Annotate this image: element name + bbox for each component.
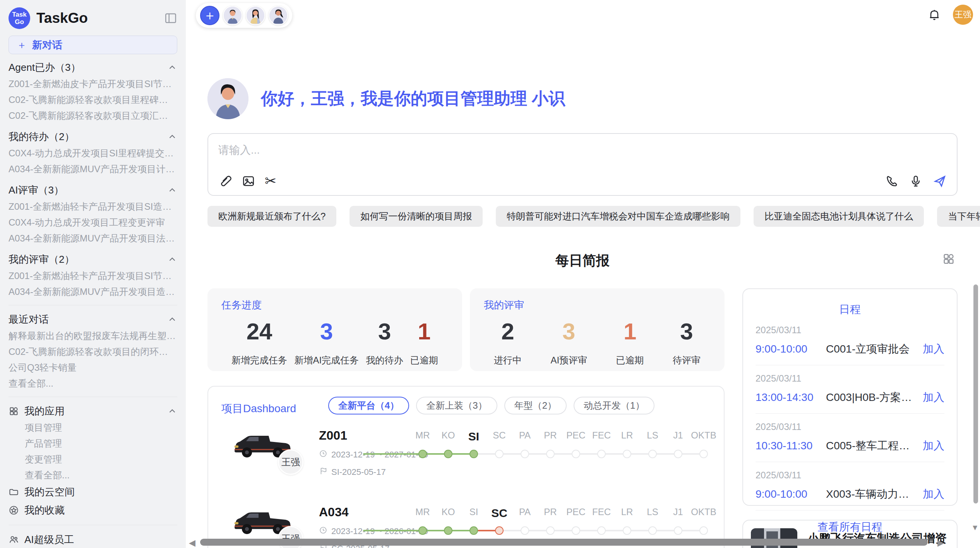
assistant-hero: 你好，王强，我是你的项目管理助理 小识: [207, 78, 958, 119]
suggestion-chip[interactable]: 特朗普可能对进口汽车增税会对中国车企造成哪些影响: [496, 206, 740, 227]
sidebar-item-ai-staff[interactable]: AI超级员工: [9, 531, 177, 548]
stat: 3待评审: [673, 318, 701, 366]
dashboard-tab[interactable]: 全新平台（4）: [328, 397, 409, 414]
milestone-dot: [495, 450, 504, 458]
schedule-date: 2025/03/11: [756, 325, 944, 336]
cloud-folder-icon: [9, 487, 19, 497]
sidebar-item[interactable]: Z001-全新燃油轻卡产品开发项目SI节点属性5D文件评审: [9, 268, 177, 284]
join-meeting-link[interactable]: 加入: [923, 342, 944, 356]
schedule-time: 10:30-11:30: [756, 440, 826, 452]
sidebar-section-header[interactable]: Agent已办（3）: [9, 59, 177, 76]
stat-card: 我的评审2进行中3AI预评审1已逾期3待评审: [470, 288, 725, 371]
horizontal-scrollbar[interactable]: [200, 539, 928, 546]
stat-value: 1: [410, 318, 438, 345]
agent-avatar-3[interactable]: [269, 6, 288, 25]
sidebar-section-header[interactable]: AI评审（3）: [9, 182, 177, 199]
recent-chat-item[interactable]: 解释最新出台的欧盟报废车法规再生塑料比例被调至15%...: [9, 328, 177, 344]
agent-avatar-2[interactable]: [246, 6, 265, 25]
schedule-date: 2025/03/11: [756, 470, 944, 481]
sidebar-section-header[interactable]: 我的评审（2）: [9, 251, 177, 268]
stat-value: 1: [616, 318, 644, 345]
stat-label: 新增完成任务: [231, 354, 287, 366]
sidebar-item[interactable]: Z001-全新燃油轻卡产品开发项目SI造型提交物评审: [9, 199, 177, 214]
suggestion-chip[interactable]: 如何写一份清晰的项目周报: [350, 206, 483, 227]
sidebar-item[interactable]: A034-全新新能源MUV产品开发项目造型可行性评审: [9, 284, 177, 300]
suggestion-chip[interactable]: 当下年轻人对汽车外观有怎样的喜好趋势: [937, 206, 980, 227]
milestone-label: FEC: [589, 507, 614, 520]
notification-bell-icon[interactable]: [927, 8, 941, 22]
stat: 3AI预评审: [550, 318, 587, 366]
sidebar-section-header[interactable]: 我的待办（2）: [9, 128, 177, 145]
dashboard-tab[interactable]: 年型（2）: [504, 397, 567, 414]
sidebar-item[interactable]: C02-飞腾新能源轻客改款项目立项汇报方案: [9, 108, 177, 123]
recent-section-header[interactable]: 最近对话: [9, 311, 177, 328]
apps-section: 我的应用 项目管理产品管理变更管理 查看全部...: [9, 402, 177, 483]
daily-brief-title: 每日简报: [555, 253, 610, 268]
new-chat-button[interactable]: ＋ 新对话: [9, 36, 177, 54]
send-icon[interactable]: [933, 174, 947, 188]
join-meeting-link[interactable]: 加入: [923, 390, 944, 405]
recent-view-all[interactable]: 查看全部...: [9, 375, 177, 391]
image-upload-icon[interactable]: [242, 174, 255, 188]
schedule-time: 9:00-10:00: [756, 343, 826, 355]
chat-input[interactable]: [218, 144, 742, 156]
suggestion-chip[interactable]: 欧洲新规最近颁布了什么?: [207, 206, 336, 227]
layout-grid-icon[interactable]: [942, 252, 955, 265]
milestone-dot: [623, 450, 631, 458]
dashboard-tab[interactable]: 动总开发（1）: [574, 397, 654, 414]
milestone-track: [410, 449, 720, 460]
hscroll-left-arrow[interactable]: ◀: [189, 538, 195, 548]
hscroll-right-arrow[interactable]: ▶: [937, 538, 944, 548]
app-link-item[interactable]: 变更管理: [9, 451, 177, 467]
dashboard-tab[interactable]: 全新上装（3）: [416, 397, 497, 414]
composer: ✂: [207, 133, 958, 196]
suggestion-chip[interactable]: 比亚迪全固态电池计划具体说了什么: [754, 206, 924, 227]
milestone-label: PA: [512, 430, 538, 443]
voice-call-icon[interactable]: [885, 174, 899, 188]
sidebar-item[interactable]: C0X4-动力总成开发项目工程变更评审: [9, 214, 177, 230]
app-link-item[interactable]: 项目管理: [9, 420, 177, 435]
project-row[interactable]: 王强Z0012023-12-19 ~ 2027-01-19SI-2025-05-…: [208, 420, 724, 497]
sidebar-item[interactable]: Z001-全新燃油皮卡产品开发项目SI节点Lesson Learn报告: [9, 76, 177, 92]
stat-label: 新增AI完成任务: [294, 354, 359, 366]
agent-avatar-1[interactable]: [223, 6, 242, 25]
milestone-label: LS: [640, 507, 665, 520]
milestone-dot: [648, 526, 657, 535]
topbar: ＋ 王强: [186, 0, 980, 31]
sidebar-item-cloud-space[interactable]: 我的云空间: [9, 483, 177, 501]
apps-section-header[interactable]: 我的应用: [9, 402, 177, 420]
milestone-label: SC: [487, 507, 512, 520]
milestone-dot: [418, 526, 427, 535]
sidebar-item-favorites[interactable]: 我的收藏: [9, 501, 177, 519]
apps-view-all[interactable]: 查看全部...: [9, 467, 177, 483]
recent-items: 解释最新出台的欧盟报废车法规再生塑料比例被调至15%...C02-飞腾新能源轻客…: [9, 328, 177, 375]
screenshot-scissors-icon[interactable]: ✂: [265, 174, 276, 188]
attachment-icon[interactable]: [218, 174, 232, 188]
recent-chat-item[interactable]: 公司Q3轻卡销量: [9, 360, 177, 375]
topbar-right: 王强: [927, 5, 973, 25]
sidebar-item[interactable]: C02-飞腾新能源轻客改款项目里程碑画布: [9, 92, 177, 108]
milestone-label: PA: [512, 507, 538, 520]
app-link-item[interactable]: 产品管理: [9, 435, 177, 451]
join-meeting-link[interactable]: 加入: [923, 487, 944, 502]
milestone-label: PEC: [563, 507, 589, 520]
microphone-icon[interactable]: [909, 174, 923, 188]
sidebar-item[interactable]: A034-全新新能源MUV产品开发项目法规符合性评审: [9, 230, 177, 246]
vscroll-down-arrow[interactable]: ▼: [971, 523, 979, 532]
sidebar-collapse-icon[interactable]: [164, 12, 177, 25]
agent-crew-bar: ＋: [196, 3, 292, 28]
sidebar-item[interactable]: A034-全新新能源MUV产品开发项目计划变更表编写: [9, 161, 177, 177]
recent-chat-item[interactable]: C02-飞腾新能源轻客改款项目的闭环通告反馈情况: [9, 344, 177, 360]
vertical-scrollbar[interactable]: [973, 284, 978, 503]
milestone-label: SI: [461, 430, 487, 443]
user-avatar[interactable]: 王强: [953, 5, 973, 25]
milestone-dot: [444, 450, 452, 458]
stat-card-title: 我的评审: [484, 298, 711, 312]
join-meeting-link[interactable]: 加入: [923, 438, 944, 453]
add-agent-button[interactable]: ＋: [200, 6, 219, 25]
schedule-card: 日程 2025/03/119:00-10:00C001-立项审批会加入2025/…: [742, 288, 958, 506]
recent-section-title: 最近对话: [9, 313, 167, 326]
milestone-label: LR: [614, 507, 640, 520]
milestone-segment: [363, 453, 423, 455]
sidebar-item[interactable]: C0X4-动力总成开发项目SI里程碑提交物检查: [9, 145, 177, 161]
